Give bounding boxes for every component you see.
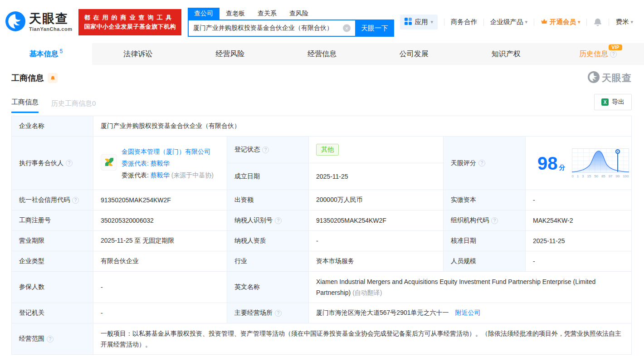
- label-business-site: 主要经营场所 ?: [227, 303, 309, 323]
- caret-down-icon: ▾: [525, 19, 527, 25]
- score-distribution-chart: 0131550859799100: [572, 148, 629, 178]
- divider: [444, 19, 444, 26]
- label-reg-status: 登记状态 ?: [227, 137, 309, 163]
- value-capital: 200000万人民币: [309, 190, 444, 210]
- value-org-code: MAK254KW-2: [526, 210, 632, 231]
- notification-bell-icon[interactable]: [593, 18, 602, 27]
- value-taxpayer-id: 91350205MAK254KW2F: [309, 210, 444, 231]
- partner-rep1-link[interactable]: 委派代表: 蔡毅华: [122, 160, 170, 167]
- score-unit: 分: [559, 164, 566, 171]
- value-reg-authority: -: [93, 303, 227, 323]
- value-business-scope: 一般项目：以私募基金从事股权投资、投资管理、资产管理等活动（须在中国证券投资基金…: [93, 323, 632, 354]
- value-industry: 资本市场服务: [309, 251, 444, 272]
- score-number: 98分: [537, 154, 566, 172]
- user-menu[interactable]: 费米 ▾: [615, 18, 633, 26]
- label-establish-date: 成立日期: [227, 163, 309, 190]
- value-company-name: 厦门产业并购股权投资基金合伙企业（有限合伙）: [93, 116, 632, 137]
- apps-menu[interactable]: 应用 ▾: [400, 15, 438, 29]
- business-info-table: 企业名称 厦门产业并购股权投资基金合伙企业（有限合伙） 执行事务合伙人 ? 金圆…: [11, 116, 632, 355]
- search-area: 查公司 查老板 查关系 查风险 × 天眼一下: [188, 7, 394, 37]
- divider: [483, 19, 484, 26]
- value-tianyan-score: 98分: [526, 137, 632, 190]
- value-reg-status: 其他: [309, 137, 444, 163]
- label-executive-partner: 执行事务合伙人 ?: [12, 137, 93, 190]
- subtab-history-business-info[interactable]: 历史工商信息0: [51, 99, 96, 113]
- search-input[interactable]: [188, 20, 355, 37]
- value-taxpayer-quality: -: [309, 231, 444, 251]
- search-tab-company[interactable]: 查公司: [188, 8, 220, 20]
- help-icon[interactable]: ?: [275, 310, 282, 317]
- nearby-companies-link[interactable]: 附近公司: [455, 309, 481, 317]
- label-business-term: 营业期限: [12, 231, 93, 251]
- label-org-code: 组织机构代码 ?: [444, 210, 526, 231]
- label-paid-capital: 实缴资本: [444, 190, 526, 210]
- help-icon[interactable]: ?: [66, 160, 73, 166]
- partner-rep2-link[interactable]: 蔡毅华: [151, 171, 170, 179]
- label-reg-authority: 登记机关: [12, 303, 93, 323]
- clear-icon[interactable]: ×: [343, 24, 351, 32]
- apps-label: 应用: [415, 18, 428, 26]
- value-insured-count: -: [93, 272, 227, 303]
- label-staff-size: 人员规模: [444, 251, 526, 272]
- divider: [609, 19, 609, 26]
- label-reg-number: 工商注册号: [12, 210, 93, 231]
- crown-icon: [541, 18, 548, 26]
- tab-intellectual-property[interactable]: 知识产权: [460, 43, 552, 65]
- partner-rep2-label: 委派代表:: [122, 171, 149, 179]
- value-credit-code: 91350205MAK254KW2F: [93, 190, 227, 210]
- tab-operation-risk[interactable]: 经营风险: [184, 43, 276, 65]
- nav-open-vip[interactable]: 开通会员 ▾: [541, 18, 581, 26]
- label-industry: 行业: [227, 251, 309, 272]
- search-tab-relation[interactable]: 查关系: [251, 8, 283, 20]
- page-header: 天眼查 TianYanCha.com 都在用的商业查询工具 国家中小企业发展子基…: [0, 0, 644, 43]
- apps-grid-icon: [405, 18, 412, 26]
- main-content: 工商信息 天眼查 工商信息 历史工商信息0 X 导出: [0, 65, 644, 355]
- help-icon[interactable]: ?: [47, 336, 54, 342]
- help-icon[interactable]: ?: [275, 217, 282, 224]
- help-icon[interactable]: ?: [478, 160, 485, 166]
- tianyancha-watermark: 天眼查: [588, 71, 632, 85]
- nav-enterprise-products[interactable]: 企业级产品 ▾: [490, 18, 527, 26]
- value-reg-number: 350205320006032: [93, 210, 227, 231]
- label-capital: 出资额: [227, 190, 309, 210]
- partner-company-link[interactable]: 金圆资本管理（厦门）有限公司: [122, 148, 210, 155]
- monitor-bell-icon[interactable]: [48, 73, 58, 83]
- logo-domain: TianYanCha.com: [29, 27, 72, 32]
- tab-basic-info[interactable]: 基本信息5: [0, 43, 92, 65]
- search-tabs: 查公司 查老板 查关系 查风险: [188, 7, 394, 20]
- value-english-name: Xiamen Industrial Mergers and Acquisitio…: [309, 272, 632, 303]
- label-taxpayer-id: 纳税人识别号 ?: [227, 210, 309, 231]
- slogan-line1: 都在用的商业查询工具: [84, 13, 176, 22]
- export-button[interactable]: X 导出: [594, 94, 632, 110]
- tab-history-info[interactable]: VIP 历史信息 ?: [552, 43, 644, 65]
- search-tab-boss[interactable]: 查老板: [220, 8, 251, 20]
- vip-badge: VIP: [609, 44, 622, 50]
- value-approval-date: 2025-11-25: [526, 231, 632, 251]
- help-icon[interactable]: ?: [262, 147, 269, 153]
- value-company-type: 有限合伙企业: [93, 251, 227, 272]
- tianyancha-logo[interactable]: 天眼查 TianYanCha.com: [5, 11, 72, 33]
- brand-slogan-banner: 都在用的商业查询工具 国家中小企业发展子基金旗下机构: [78, 9, 181, 35]
- help-icon[interactable]: ?: [72, 197, 79, 204]
- value-business-term: 2025-11-25 至 无固定期限: [93, 231, 227, 251]
- tab-company-development[interactable]: 公司发展: [368, 43, 460, 65]
- tab-operation-info[interactable]: 经营信息: [276, 43, 368, 65]
- search-tab-risk[interactable]: 查风险: [283, 8, 315, 20]
- nav-business-cooperation[interactable]: 商务合作: [451, 18, 477, 26]
- label-tianyan-score: 天眼评分 ?: [444, 137, 526, 190]
- tab-basic-count: 5: [60, 48, 63, 54]
- subtab-business-info[interactable]: 工商信息: [11, 98, 39, 113]
- label-english-name: 英文名称: [227, 272, 309, 303]
- search-button[interactable]: 天眼一下: [355, 20, 394, 37]
- label-insured-count: 参保人数: [12, 272, 93, 303]
- score-axis-ticks: 0131550859799100: [572, 174, 629, 178]
- help-icon[interactable]: ?: [491, 217, 498, 224]
- partner-company-logo[interactable]: [101, 154, 117, 172]
- slogan-line2: 国家中小企业发展子基金旗下机构: [84, 22, 176, 31]
- username: 费米: [615, 18, 629, 26]
- watermark-logo-icon: [588, 71, 600, 85]
- value-executive-partner: 金圆资本管理（厦门）有限公司 委派代表: 蔡毅华 委派代表: 蔡毅华 (来源于中…: [93, 137, 227, 190]
- tab-legal-litigation[interactable]: 法律诉讼: [92, 43, 184, 65]
- help-icon[interactable]: ?: [610, 51, 617, 58]
- divider: [586, 19, 587, 26]
